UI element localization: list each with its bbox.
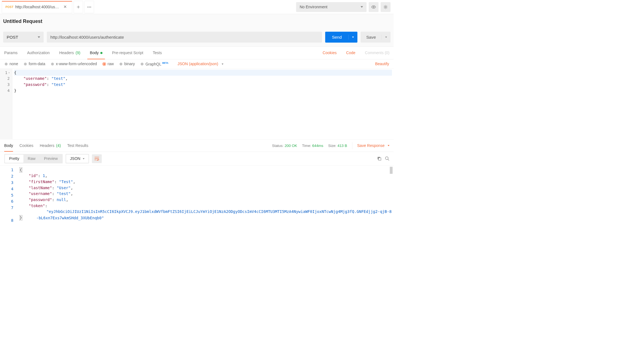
send-button[interactable]: Send (325, 32, 358, 43)
wrap-icon (95, 157, 99, 161)
save-options-dropdown[interactable] (382, 36, 391, 38)
body-type-binary[interactable]: binary (119, 62, 135, 67)
body-indicator-dot (100, 52, 103, 54)
editor-content[interactable]: { "username": "test", "password": "test"… (12, 69, 394, 139)
chevron-down-icon (222, 64, 223, 65)
response-tab-cookies[interactable]: Cookies (19, 140, 33, 151)
fold-toggle-icon[interactable]: ▾ (8, 70, 10, 76)
view-raw[interactable]: Raw (23, 155, 40, 163)
svg-point-7 (385, 157, 388, 159)
time-label: Time: (302, 144, 311, 148)
response-tab-test-results[interactable]: Test Results (67, 140, 88, 151)
save-button-label: Save (361, 35, 382, 39)
tab-overflow-button[interactable] (84, 1, 94, 13)
search-icon (385, 159, 389, 161)
new-tab-button[interactable] (74, 1, 83, 13)
environment-preview-button[interactable] (369, 2, 379, 12)
response-gutter: 1 2 3 4 5 6 7 8 (0, 166, 18, 232)
svg-rect-6 (379, 158, 381, 160)
response-format-dropdown[interactable]: JSON (66, 154, 89, 163)
tab-prerequest[interactable]: Pre-request Script (112, 47, 143, 59)
view-pretty[interactable]: Pretty (5, 155, 23, 163)
request-title[interactable]: Untitled Request (0, 14, 394, 28)
line-wrap-toggle[interactable] (92, 154, 102, 163)
send-options-dropdown[interactable] (349, 36, 357, 38)
tab-headers-label: Headers (59, 51, 74, 55)
chevron-down-icon (388, 145, 389, 146)
chevron-down-icon (38, 36, 40, 38)
divider (352, 142, 352, 149)
body-type-raw[interactable]: raw (103, 62, 114, 67)
environment-dropdown[interactable]: No Environment (296, 2, 366, 12)
send-button-label: Send (325, 35, 349, 39)
tab-body[interactable]: Body (90, 47, 103, 59)
response-tab-headers-count: (4) (56, 143, 61, 148)
gear-icon (383, 5, 388, 9)
request-tab[interactable]: POST http://localhost:4000/users/a… (2, 1, 72, 13)
save-button[interactable]: Save (361, 32, 391, 43)
tab-method-badge: POST (6, 5, 14, 8)
view-preview[interactable]: Preview (40, 155, 62, 163)
body-type-urlencoded[interactable]: x-www-form-urlencoded (51, 62, 97, 67)
scrollbar[interactable] (390, 167, 392, 174)
request-url-input[interactable] (47, 32, 322, 43)
response-view-mode[interactable]: Pretty Raw Preview (4, 154, 62, 163)
code-link[interactable]: Code (346, 51, 355, 55)
save-response-button[interactable]: Save Response (357, 143, 389, 148)
response-code[interactable]: { "id": 1, "firstName": "Test", "lastNam… (18, 166, 394, 232)
tab-url: http://localhost:4000/users/a… (15, 5, 61, 9)
size-value: 413 B (337, 144, 347, 148)
response-tab-headers[interactable]: Headers (4) (40, 140, 61, 151)
tab-body-label: Body (90, 51, 99, 55)
comments-link[interactable]: Comments (0) (365, 51, 389, 55)
chevron-down-icon (352, 36, 354, 38)
copy-response-button[interactable] (377, 156, 381, 161)
settings-button[interactable] (381, 2, 391, 12)
tab-tests[interactable]: Tests (153, 47, 162, 59)
environment-selected: No Environment (300, 5, 327, 9)
content-type-dropdown[interactable]: JSON (application/json) (177, 62, 223, 67)
graphql-beta-badge: BETA (162, 62, 168, 65)
cookies-link[interactable]: Cookies (323, 51, 337, 55)
body-type-graphql[interactable]: GraphQL BETA (140, 62, 168, 67)
close-tab-icon[interactable] (64, 5, 67, 9)
time-value: 644ms (312, 144, 323, 148)
tab-headers[interactable]: Headers (9) (59, 47, 80, 59)
body-type-none[interactable]: none (5, 62, 18, 67)
svg-point-2 (90, 7, 91, 7)
search-response-button[interactable] (385, 156, 389, 161)
status-value: 200 OK (285, 144, 297, 148)
tab-headers-count: (9) (76, 51, 80, 55)
response-format-value: JSON (70, 157, 80, 161)
content-type-value: JSON (application/json) (177, 62, 218, 67)
svg-point-1 (89, 7, 90, 7)
beautify-button[interactable]: Beautify (375, 62, 389, 67)
response-body-viewer[interactable]: 1 2 3 4 5 6 7 8 { "id": 1, "firstName": … (0, 166, 394, 232)
request-body-editor[interactable]: 1▾ 2 3 4 { "username": "test", "password… (0, 69, 394, 140)
http-method-value: POST (7, 35, 18, 39)
copy-icon (377, 158, 381, 161)
editor-gutter: 1▾ 2 3 4 (0, 69, 12, 139)
tab-authorization[interactable]: Authorization (27, 47, 50, 59)
response-tab-body[interactable]: Body (4, 140, 13, 151)
eye-icon (371, 5, 376, 8)
chevron-down-icon (385, 36, 387, 38)
size-label: Size: (328, 144, 337, 148)
svg-point-3 (373, 6, 374, 7)
tab-params[interactable]: Params (4, 47, 17, 59)
response-tab-headers-label: Headers (40, 143, 54, 148)
svg-point-0 (87, 7, 88, 7)
chevron-down-icon (83, 158, 85, 159)
body-type-form-data[interactable]: form-data (24, 62, 45, 67)
chevron-down-icon (361, 6, 363, 8)
status-label: Status: (272, 144, 284, 148)
svg-point-4 (385, 6, 386, 8)
http-method-dropdown[interactable]: POST (3, 32, 44, 43)
